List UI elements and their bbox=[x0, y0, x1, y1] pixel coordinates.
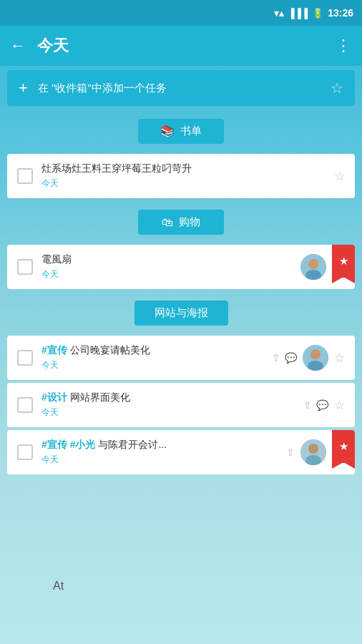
task-actions-4: ⇪ 💬 ☆ bbox=[303, 398, 345, 413]
task-content-1: 灶系场灶王料王穿坪莓王粒叼苛升 今天 bbox=[41, 162, 326, 190]
task-star-1[interactable]: ☆ bbox=[334, 169, 345, 184]
task-checkbox-5[interactable] bbox=[17, 444, 33, 460]
bookmark-badge-5[interactable]: ★ bbox=[332, 430, 355, 463]
task-tag-5-2: #小光 bbox=[70, 439, 96, 450]
task-date-4: 今天 bbox=[41, 406, 295, 419]
task-title-4: #设计 网站界面美化 bbox=[41, 391, 295, 404]
task-date-1: 今天 bbox=[41, 177, 326, 190]
small-icons-4: ⇪ 💬 bbox=[303, 399, 328, 411]
share-icon-4[interactable]: ⇪ bbox=[303, 399, 312, 411]
task-actions-3: ⇪ 💬 ☆ bbox=[272, 345, 345, 371]
task-item-2: 電風扇 今天 ★ bbox=[7, 245, 355, 289]
task-checkbox-4[interactable] bbox=[17, 397, 33, 413]
favorite-star-icon[interactable]: ☆ bbox=[331, 79, 343, 97]
task-text-4: 网站界面美化 bbox=[70, 391, 130, 403]
task-date-2: 今天 bbox=[41, 268, 292, 280]
small-icons-3: ⇪ 💬 bbox=[272, 352, 297, 364]
task-content-2: 電風扇 今天 bbox=[41, 253, 292, 280]
task-checkbox-1[interactable] bbox=[17, 168, 33, 184]
category-button-shopping[interactable]: 🛍 购物 bbox=[138, 210, 224, 235]
task-item-5: #宣传 #小光 与陈君开会讨... 今天 ⇪ ★ bbox=[7, 430, 355, 474]
task-checkbox-3[interactable] bbox=[17, 350, 33, 366]
category-button-website[interactable]: 网站与海报 bbox=[134, 301, 228, 326]
books-label: 书单 bbox=[180, 125, 202, 138]
website-label: 网站与海报 bbox=[155, 306, 208, 320]
comment-icon-4[interactable]: 💬 bbox=[316, 399, 328, 411]
svg-point-8 bbox=[308, 444, 318, 454]
more-menu-button[interactable]: ⋮ bbox=[336, 36, 352, 55]
task-checkbox-2[interactable] bbox=[17, 259, 33, 275]
svg-point-3 bbox=[308, 259, 318, 269]
at-label: At bbox=[53, 580, 64, 592]
task-date-5: 今天 bbox=[41, 454, 278, 466]
avatar-2 bbox=[300, 254, 326, 280]
task-actions-1: ☆ bbox=[334, 169, 345, 184]
task-title-5: #宣传 #小光 与陈君开会讨... bbox=[41, 439, 278, 452]
books-icon: 📚 bbox=[160, 125, 175, 138]
plus-icon: + bbox=[19, 79, 28, 97]
avatar-5 bbox=[300, 439, 326, 465]
task-item-4: #设计 网站界面美化 今天 ⇪ 💬 ☆ bbox=[7, 383, 355, 427]
wifi-icon: ▾▴ bbox=[274, 8, 284, 19]
signal-icon: ▐▐▐ bbox=[288, 8, 308, 19]
task-star-3[interactable]: ☆ bbox=[334, 351, 345, 366]
share-icon-5[interactable]: ⇪ bbox=[286, 447, 295, 458]
task-title-3: #宣传 公司晚宴请帖美化 bbox=[41, 344, 263, 357]
add-task-bar[interactable]: + 在 "收件箱"中添加一个任务 ☆ bbox=[7, 70, 355, 106]
shopping-icon: 🛍 bbox=[162, 216, 173, 229]
share-icon-3[interactable]: ⇪ bbox=[272, 352, 280, 364]
bookmark-star-2: ★ bbox=[339, 255, 348, 268]
category-button-books[interactable]: 📚 书单 bbox=[138, 119, 224, 144]
avatar-3 bbox=[303, 345, 328, 371]
task-title-1: 灶系场灶王料王穿坪莓王粒叼苛升 bbox=[41, 162, 326, 175]
task-text-3: 公司晚宴请帖美化 bbox=[70, 344, 150, 356]
task-item-3: #宣传 公司晚宴请帖美化 今天 ⇪ 💬 ☆ bbox=[7, 336, 355, 380]
back-button[interactable]: ← bbox=[10, 36, 26, 55]
small-icons-5: ⇪ bbox=[286, 447, 295, 458]
task-content-5: #宣传 #小光 与陈君开会讨... 今天 bbox=[41, 439, 278, 466]
task-text-5: 与陈君开会讨... bbox=[98, 439, 167, 450]
svg-point-5 bbox=[310, 349, 321, 359]
bookmark-badge-2[interactable]: ★ bbox=[332, 245, 355, 278]
bookmark-star-5: ★ bbox=[339, 440, 348, 453]
task-title-2: 電風扇 bbox=[41, 253, 292, 266]
avatar-svg-2 bbox=[300, 254, 326, 280]
task-content-3: #宣传 公司晚宴请帖美化 今天 bbox=[41, 344, 263, 371]
avatar-svg-5 bbox=[300, 439, 326, 465]
task-actions-5: ⇪ bbox=[286, 439, 326, 465]
shopping-label: 购物 bbox=[179, 215, 200, 229]
comment-icon-3[interactable]: 💬 bbox=[285, 352, 297, 364]
task-content-4: #设计 网站界面美化 今天 bbox=[41, 391, 295, 419]
main-content: 📚 书单 灶系场灶王料王穿坪莓王粒叼苛升 今天 ☆ ✈ 🛍 购物 電風扇 今天 bbox=[0, 113, 362, 484]
time-display: 13:26 bbox=[328, 7, 353, 19]
task-tag-5-1: #宣传 bbox=[41, 439, 67, 450]
avatar-svg-3 bbox=[303, 345, 328, 371]
add-task-text: 在 "收件箱"中添加一个任务 bbox=[38, 82, 331, 95]
task-tag-3-1: #宣传 bbox=[41, 344, 67, 356]
status-bar: ▾▴ ▐▐▐ 🔋 13:26 bbox=[0, 0, 362, 26]
task-star-4[interactable]: ☆ bbox=[334, 398, 345, 413]
task-actions-2 bbox=[300, 254, 326, 280]
task-tag-4-1: #设计 bbox=[41, 391, 67, 403]
battery-icon: 🔋 bbox=[312, 8, 323, 19]
task-item-1: 灶系场灶王料王穿坪莓王粒叼苛升 今天 ☆ bbox=[7, 154, 355, 198]
page-title: 今天 bbox=[37, 35, 336, 57]
status-icons: ▾▴ ▐▐▐ 🔋 13:26 bbox=[274, 7, 353, 19]
task-date-3: 今天 bbox=[41, 359, 263, 371]
top-bar: ← 今天 ⋮ bbox=[0, 26, 362, 66]
